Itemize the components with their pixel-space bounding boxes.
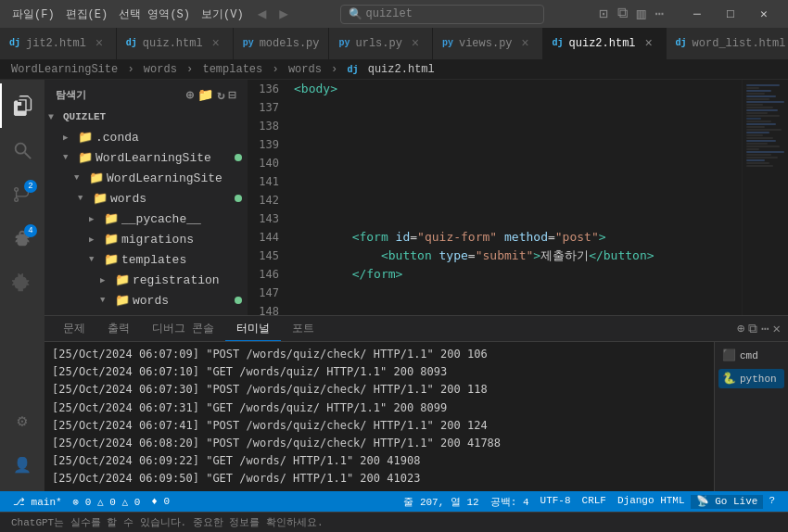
breadcrumb-file[interactable]: quiz2.html bbox=[368, 63, 435, 76]
tab-close-icon[interactable]: × bbox=[408, 36, 423, 51]
tab-quiz[interactable]: dj quiz.html × bbox=[117, 28, 234, 59]
activity-explorer[interactable] bbox=[0, 83, 44, 128]
status-spaces[interactable]: 공백: 4 bbox=[485, 495, 535, 509]
status-errors[interactable]: ⊗ 0 △ 0 △ 0 bbox=[68, 496, 146, 508]
tab-close-icon[interactable]: × bbox=[518, 36, 533, 51]
modified-dot bbox=[235, 297, 242, 304]
tab-quiz2[interactable]: dj quiz2.html × bbox=[543, 28, 667, 59]
tree-item-conda[interactable]: ▶ 📁 .conda bbox=[44, 127, 248, 147]
sidebar: 탐색기 ⊕ 📁 ↻ ⊟ ▼ QUIZLET ▶ bbox=[44, 80, 248, 315]
status-golive[interactable]: 📡 Go Live bbox=[691, 495, 764, 509]
line-number: 146 bbox=[248, 265, 290, 284]
collapse-icon[interactable]: ⊟ bbox=[229, 87, 236, 103]
panel-tab-terminal[interactable]: 터미널 bbox=[225, 317, 281, 341]
menu-more[interactable]: ⋯ bbox=[651, 5, 667, 23]
split-icon[interactable]: ⧉ bbox=[614, 5, 631, 23]
tree-item-words-sub[interactable]: ▼ 📁 words bbox=[44, 290, 248, 310]
golive-icon: 📡 bbox=[696, 496, 709, 507]
tree-item-pycache[interactable]: ▶ 📁 __pycache__ bbox=[44, 209, 248, 229]
activity-avatar[interactable]: 👤 bbox=[0, 443, 44, 488]
tree-item-registration[interactable]: ▶ 📁 registration bbox=[44, 270, 248, 290]
panel-tab-output[interactable]: 출력 bbox=[96, 317, 141, 341]
panel-tab-problems[interactable]: 문제 bbox=[52, 317, 96, 341]
tab-close-icon[interactable]: × bbox=[92, 36, 107, 51]
panel-sidebar-cmd[interactable]: ⬛ cmd bbox=[718, 346, 784, 365]
status-changes[interactable]: ♦ 0 bbox=[146, 496, 175, 507]
activity-debug[interactable]: 4 bbox=[0, 217, 44, 261]
tree-root[interactable]: ▼ QUIZLET bbox=[44, 107, 248, 127]
refresh-icon[interactable]: ↻ bbox=[217, 87, 224, 103]
status-branch[interactable]: ⎇ main* bbox=[7, 496, 68, 508]
item-label: templates bbox=[121, 253, 186, 267]
item-label: __pycache__ bbox=[121, 212, 201, 226]
panel-sidebar-python[interactable]: 🐍 python bbox=[718, 369, 784, 388]
minimize-button[interactable]: ─ bbox=[680, 0, 714, 28]
activity-git[interactable]: 2 bbox=[0, 172, 44, 217]
activity-settings[interactable]: ⚙ bbox=[0, 399, 44, 443]
terminal-content[interactable]: [25/Oct/2024 06:07:09] "POST /words/quiz… bbox=[44, 342, 714, 491]
tab-close-icon[interactable]: × bbox=[209, 36, 223, 51]
menu-view[interactable]: 보기(V) bbox=[197, 5, 248, 24]
panel-tabs: 문제 출력 디버그 콘솔 터미널 포트 ⊕ ⧉ ⋯ ✕ bbox=[44, 316, 788, 342]
svg-line-1 bbox=[25, 153, 31, 158]
maximize-button[interactable]: □ bbox=[714, 0, 747, 28]
tab-views[interactable]: py views.py × bbox=[433, 28, 543, 59]
code-line-142: 142 bbox=[248, 191, 742, 209]
close-button[interactable]: ✕ bbox=[747, 0, 781, 28]
search-bar[interactable]: 🔍 quizlet bbox=[340, 5, 544, 24]
chatgpt-bar: ChatGPT는 실수를 할 수 있습니다. 중요한 정보를 확인하세요. bbox=[0, 512, 788, 532]
tab-jit2[interactable]: dj jit2.html × bbox=[0, 28, 117, 59]
line-number: 147 bbox=[248, 284, 290, 302]
term-line-2: [25/Oct/2024 06:07:10] "GET /words/quiz/… bbox=[52, 363, 706, 381]
tree-item-wordlearningsite-inner[interactable]: ▼ 📁 WordLearningSite bbox=[44, 168, 248, 188]
line-number: 143 bbox=[248, 209, 290, 228]
tab-wordlist[interactable]: dj word_list.html M bbox=[667, 28, 788, 59]
breadcrumb-part[interactable]: templates bbox=[202, 63, 262, 76]
tree-item-words-main[interactable]: ▼ 📁 words bbox=[44, 188, 248, 209]
panel-tab-debug[interactable]: 디버그 콘솔 bbox=[141, 317, 225, 341]
terminal-more-icon[interactable]: ⋯ bbox=[761, 321, 769, 336]
item-label: words bbox=[110, 192, 146, 206]
menu-select[interactable]: 선택 영역(S) bbox=[114, 5, 195, 24]
status-help[interactable]: ? bbox=[763, 495, 781, 509]
split-terminal-icon[interactable]: ⧉ bbox=[748, 322, 757, 336]
tree-item-wordlearningsite-outer[interactable]: ▼ 📁 WordLearningSite bbox=[44, 147, 248, 168]
status-language[interactable]: Django HTML bbox=[612, 495, 691, 509]
panel-tab-ports[interactable]: 포트 bbox=[281, 317, 325, 341]
menu-file[interactable]: 파일(F) bbox=[7, 5, 59, 24]
term-line-1: [25/Oct/2024 06:07:09] "POST /words/quiz… bbox=[52, 346, 706, 363]
tab-urls[interactable]: py urls.py × bbox=[329, 28, 432, 59]
nav-forward[interactable]: ▶ bbox=[275, 5, 292, 23]
svg-point-2 bbox=[15, 188, 19, 192]
breadcrumb-part[interactable]: WordLearningSite bbox=[11, 63, 118, 76]
tree-item-migrations[interactable]: ▶ 📁 migrations bbox=[44, 229, 248, 249]
folder-icon: 📁 bbox=[115, 272, 130, 287]
tab-models[interactable]: py models.py bbox=[234, 28, 330, 59]
breadcrumb-part[interactable]: words bbox=[288, 63, 322, 76]
panel-icon[interactable]: ▥ bbox=[633, 5, 650, 23]
status-encoding[interactable]: UTF-8 bbox=[535, 495, 577, 509]
new-file-icon[interactable]: ⊕ bbox=[186, 87, 194, 103]
activity-search[interactable] bbox=[0, 128, 44, 172]
status-eol[interactable]: CRLF bbox=[577, 495, 612, 509]
breadcrumb-part[interactable]: words bbox=[144, 63, 177, 76]
menu-edit[interactable]: 편집(E) bbox=[61, 5, 113, 24]
code-editor[interactable]: 136 <body> 137 138 139 140 bbox=[248, 80, 742, 315]
new-folder-icon[interactable]: 📁 bbox=[197, 87, 213, 103]
new-terminal-icon[interactable]: ⊕ bbox=[737, 321, 744, 336]
search-text: quizlet bbox=[366, 7, 413, 20]
python-label: python bbox=[740, 374, 777, 385]
nav-back[interactable]: ◀ bbox=[254, 5, 271, 23]
line-content: <body> bbox=[290, 80, 742, 98]
item-label: migrations bbox=[121, 233, 194, 247]
line-content bbox=[290, 209, 742, 228]
activity-extensions[interactable] bbox=[0, 261, 44, 306]
panel-sidebar: ⬛ cmd 🐍 python bbox=[714, 342, 788, 491]
folder-icon: 📁 bbox=[115, 293, 130, 308]
line-content bbox=[290, 135, 742, 154]
tab-close-icon[interactable]: × bbox=[642, 36, 656, 51]
close-panel-icon[interactable]: ✕ bbox=[773, 321, 781, 336]
tree-item-templates[interactable]: ▼ 📁 templates bbox=[44, 249, 248, 270]
status-line[interactable]: 줄 207, 열 12 bbox=[398, 495, 484, 509]
layout-icon[interactable]: ⊡ bbox=[595, 5, 612, 23]
